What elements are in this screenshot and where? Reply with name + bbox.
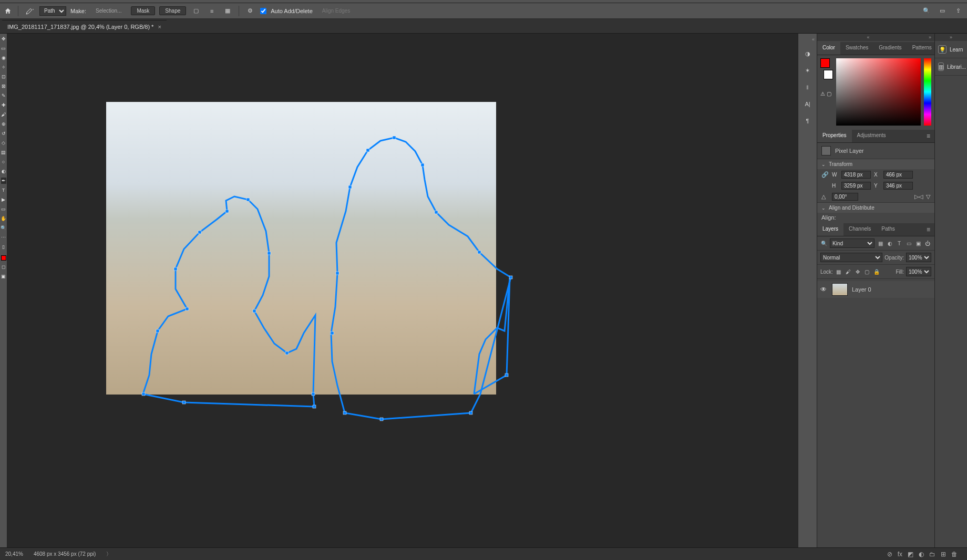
- shape-tool[interactable]: ▭: [1, 206, 6, 212]
- path-arrange-icon[interactable]: ▦: [222, 5, 233, 17]
- artboard-tool[interactable]: ▯: [1, 244, 6, 250]
- tab-adjustments[interactable]: Adjustments: [852, 130, 891, 142]
- panel-menu-icon[interactable]: ≡: [922, 223, 934, 236]
- filter-toggle[interactable]: ⏻: [924, 240, 931, 247]
- lock-artboard-icon[interactable]: ▢: [863, 268, 871, 275]
- filter-shape-icon[interactable]: ▭: [905, 240, 912, 247]
- gamut-warning-icon[interactable]: ⚠ ▢: [820, 91, 833, 97]
- gradient-tool[interactable]: ▤: [1, 149, 6, 155]
- workspace-icon[interactable]: ▭: [937, 5, 948, 17]
- mask-button[interactable]: Mask: [131, 6, 155, 15]
- path-select-tool[interactable]: ▶: [1, 196, 6, 203]
- frame-tool[interactable]: ⊠: [1, 83, 6, 89]
- width-input[interactable]: [841, 171, 871, 179]
- gear-icon[interactable]: ⚙: [244, 5, 256, 17]
- move-tool[interactable]: ✥: [1, 36, 6, 42]
- tab-swatches[interactable]: Swatches: [840, 42, 873, 55]
- lasso-tool[interactable]: ◉: [1, 55, 6, 61]
- status-more-icon[interactable]: 〉: [106, 551, 111, 558]
- fill-select[interactable]: 100%: [906, 267, 931, 276]
- selection-button[interactable]: Selection...: [90, 7, 127, 15]
- foreground-color-swatch[interactable]: [1, 255, 6, 261]
- section-transform[interactable]: Transform: [817, 159, 934, 169]
- mode-select[interactable]: Path: [39, 6, 66, 16]
- tab-patterns[interactable]: Patterns: [907, 42, 937, 55]
- screenmode-toggle[interactable]: ▣: [1, 273, 6, 279]
- height-input[interactable]: [841, 182, 871, 190]
- quickmask-toggle[interactable]: ◻: [1, 264, 6, 270]
- pen-tool-icon[interactable]: ˅: [24, 5, 35, 17]
- home-icon[interactable]: [3, 6, 13, 16]
- hand-tool[interactable]: ✋: [1, 215, 6, 222]
- share-icon[interactable]: ⇪: [952, 5, 964, 17]
- rpanel-collapse-icon[interactable]: »: [935, 34, 967, 41]
- layer-row[interactable]: 👁 Layer 0: [817, 281, 934, 298]
- link-layers-icon[interactable]: ⊘: [887, 551, 892, 558]
- eyedropper-tool[interactable]: ✎: [1, 92, 6, 99]
- dodge-tool[interactable]: ◐: [1, 168, 6, 174]
- bg-color-swatch[interactable]: [824, 70, 833, 79]
- tab-gradients[interactable]: Gradients: [873, 42, 907, 55]
- dock-histogram-icon[interactable]: ⫴: [803, 82, 813, 92]
- brush-tool[interactable]: 🖌: [1, 111, 6, 118]
- mask-icon[interactable]: ◩: [908, 551, 913, 558]
- dock-collapse-icon[interactable]: «: [798, 37, 817, 42]
- path-op-1-icon[interactable]: ▢: [190, 5, 202, 17]
- lock-pixels-icon[interactable]: ▦: [835, 268, 842, 275]
- search-icon[interactable]: 🔍: [820, 240, 828, 247]
- fg-color-swatch[interactable]: [820, 58, 830, 68]
- filter-kind-select[interactable]: Kind: [830, 238, 875, 248]
- blend-mode-select[interactable]: Normal: [820, 253, 882, 262]
- zoom-level[interactable]: 20,41%: [5, 551, 23, 557]
- dock-character-icon[interactable]: A|: [803, 99, 813, 109]
- zoom-tool[interactable]: 🔍: [1, 225, 6, 231]
- history-brush-tool[interactable]: ↺: [1, 130, 6, 137]
- angle-input[interactable]: [832, 193, 858, 201]
- link-wh-icon[interactable]: 🔗: [821, 171, 829, 178]
- tab-layers[interactable]: Layers: [817, 223, 843, 236]
- canvas-area[interactable]: [7, 34, 798, 547]
- filter-adjust-icon[interactable]: ◐: [886, 240, 893, 247]
- tab-channels[interactable]: Channels: [843, 223, 876, 236]
- eraser-tool[interactable]: ◇: [1, 140, 6, 146]
- dock-adjustments-icon[interactable]: ◑: [803, 48, 813, 59]
- filter-smart-icon[interactable]: ▣: [914, 240, 922, 247]
- wand-tool[interactable]: ✧: [1, 64, 6, 70]
- filter-type-icon[interactable]: T: [896, 240, 903, 247]
- crop-tool[interactable]: ⊡: [1, 74, 6, 80]
- fx-icon[interactable]: fx: [898, 551, 902, 558]
- libraries-button[interactable]: ▥ Librari...: [935, 58, 967, 76]
- edit-toolbar[interactable]: ⋯: [1, 234, 6, 241]
- marquee-tool[interactable]: ▭: [1, 45, 6, 51]
- learn-button[interactable]: 💡 Learn: [935, 41, 967, 58]
- doc-dimensions[interactable]: 4608 px x 3456 px (72 ppi): [34, 551, 96, 557]
- flip-h-icon[interactable]: ▷◁: [914, 193, 923, 200]
- tab-color[interactable]: Color: [817, 42, 840, 55]
- tab-paths[interactable]: Paths: [876, 223, 900, 236]
- hue-slider[interactable]: [924, 58, 931, 126]
- new-layer-icon[interactable]: ⊞: [941, 551, 946, 558]
- lock-position-icon[interactable]: ✥: [854, 268, 861, 275]
- close-icon[interactable]: ×: [158, 24, 161, 30]
- auto-add-delete-checkbox[interactable]: [260, 8, 266, 14]
- search-icon[interactable]: 🔍: [921, 5, 932, 17]
- adjustment-layer-icon[interactable]: ◐: [919, 551, 924, 558]
- pen-tool[interactable]: ✒: [1, 178, 6, 184]
- tab-properties[interactable]: Properties: [817, 130, 852, 142]
- layer-thumbnail[interactable]: [832, 283, 848, 296]
- opacity-select[interactable]: 100%: [906, 253, 931, 262]
- color-picker-field[interactable]: [836, 58, 921, 126]
- panels-collapse-icon[interactable]: « »: [817, 34, 934, 41]
- filter-pixel-icon[interactable]: ▦: [877, 240, 884, 247]
- lock-all-icon[interactable]: 🔒: [873, 268, 880, 275]
- group-icon[interactable]: 🗀: [929, 551, 935, 558]
- blur-tool[interactable]: ○: [1, 159, 6, 165]
- delete-icon[interactable]: 🗑: [951, 551, 958, 558]
- heal-tool[interactable]: ✚: [1, 102, 6, 108]
- path-align-icon[interactable]: ≡: [206, 5, 218, 17]
- layer-name[interactable]: Layer 0: [852, 286, 871, 293]
- visibility-icon[interactable]: 👁: [820, 286, 828, 293]
- panel-menu-icon[interactable]: ≡: [922, 130, 934, 142]
- shape-button[interactable]: Shape: [159, 6, 186, 15]
- document-canvas[interactable]: [106, 102, 496, 395]
